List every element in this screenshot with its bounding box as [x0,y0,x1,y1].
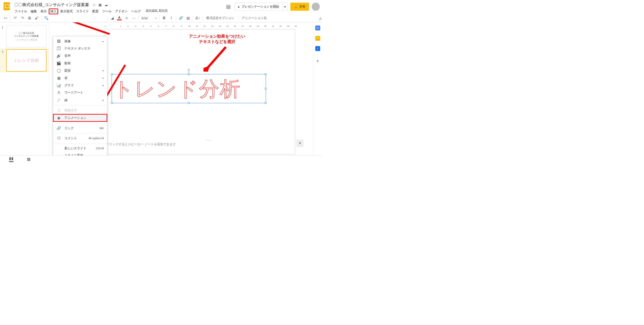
resize-handle[interactable] [265,73,266,75]
menu-arrange[interactable]: 配置 [91,9,100,14]
font-selector[interactable]: Arial▾ [140,16,158,20]
menu-item-label: 音声 [64,54,71,58]
video-icon: 🎬 [56,61,61,65]
new-slide-button[interactable]: +▾ [2,15,9,21]
submenu-arrow-icon: ▸ [103,84,104,87]
border-weight-button[interactable]: ≡ [123,15,130,21]
present-label: プレゼンテーションを開始 [242,5,279,9]
textbox-icon: 🅃 [56,47,61,51]
input-tools-button[interactable]: あ▾ [194,15,201,21]
menu-format[interactable]: 表示形式 [58,9,74,14]
move-icon[interactable]: ▣ [98,3,102,7]
shape-icon: ◯ [56,69,61,73]
menu-addons[interactable]: アドオン [114,9,129,14]
menu-item-線[interactable]: ／線▸ [53,96,107,104]
link-button[interactable]: 🔗 [178,15,184,21]
insert-comment-button[interactable]: ▤ [185,15,192,21]
grid-view-button[interactable]: ▦ [27,157,31,162]
menu-item-テキストボックス[interactable]: 🅃テキスト ボックス [53,45,107,52]
notes-resize-grip[interactable]: • • • [206,139,212,141]
selected-text-box[interactable]: トレンド分析 [112,74,266,103]
menu-item-アニメーション[interactable]: ◉アニメーション [53,114,107,122]
star-icon[interactable]: ☆ [92,3,96,7]
animate-button[interactable]: アニメーション化 [240,16,269,20]
share-button[interactable]: 🔒 共有 [290,3,309,11]
explore-button[interactable]: ✦ [296,140,303,146]
present-dropdown[interactable]: ▾ [282,3,288,11]
filmstrip-view-button[interactable]: ▮▮ [9,156,14,162]
resize-handle[interactable] [265,102,266,104]
share-label: 共有 [299,5,306,9]
slide-canvas[interactable]: トレンド分析 [105,29,295,154]
menu-file[interactable]: ファイル [13,9,28,14]
account-avatar[interactable] [312,3,320,11]
collapse-toolbar-icon[interactable]: ᐱ [319,17,322,21]
resize-handle[interactable] [188,102,190,104]
calendar-icon[interactable]: 31 [315,26,320,31]
line-icon: ／ [56,98,61,103]
tasks-icon[interactable]: ✓ [315,46,320,51]
menu-item-表[interactable]: ▦表▸ [53,74,107,82]
menu-item-新しいスライド[interactable]: 新しいスライドCtrl+M [53,145,107,152]
menu-item-画像[interactable]: 🖼画像▸ [53,38,107,45]
comment-icon: 🗨 [56,136,61,140]
format-options-button[interactable]: 書式設定オプション [204,16,236,20]
submenu-arrow-icon: ▸ [103,77,104,80]
menubar: ファイル 編集 表示 挿入 表示形式 スライド 配置 ツール アドオン ヘルプ … [13,9,168,14]
link-icon: 🔗 [56,126,61,130]
undo-button[interactable]: ↶ [12,15,18,21]
menu-item-動画[interactable]: 🎬動画 [53,60,107,67]
italic-button[interactable]: I [168,15,175,21]
text-color-button[interactable]: A [116,15,123,21]
menu-item-リンク[interactable]: 🔗リンク⌘K [53,124,107,132]
omega-icon: Ω [56,109,61,113]
zoom-button[interactable]: 🔍 [43,15,50,21]
menu-item-コメント[interactable]: 🗨コメント⌘+option+M [53,135,107,142]
doc-title[interactable]: 〇〇株式会社様_コンサルティング提案書 [13,1,90,8]
menu-item-label: グラフ [64,84,74,88]
print-button[interactable]: 🖶 [26,15,33,21]
audio-icon: 🔊 [56,54,61,58]
menu-item-グラフ[interactable]: 📊グラフ▸ [53,82,107,89]
slide-thumbnail-2[interactable]: 2 トレンド分析 [0,48,49,73]
svg-line-2 [206,47,226,69]
rotate-handle[interactable] [188,69,190,71]
bold-button[interactable]: B [161,15,168,21]
bottom-bar: ▮▮ ▦ [0,155,322,163]
menu-edit[interactable]: 編集 [29,9,38,14]
slide-thumbnail-1[interactable]: 1 〇〇株式会社様コンサルティング提案書 △△コンサルティング株式会社 [0,24,49,48]
resize-handle[interactable] [265,88,266,90]
menu-insert[interactable]: 挿入 [49,9,58,14]
cloud-icon[interactable]: ☁ [104,3,108,7]
play-icon: ▸ [238,5,240,9]
menu-item-図形[interactable]: ◯図形▸ [53,67,107,74]
slides-logo[interactable] [2,2,11,11]
menu-item-ワードアート[interactable]: Aワードアート [53,89,107,96]
paint-format-button[interactable]: 🖌 [33,15,40,21]
menu-tools[interactable]: ツール [100,9,113,14]
motion-icon: ◉ [56,116,61,120]
addons-plus-icon[interactable]: + [316,59,319,64]
keep-icon[interactable]: 💡 [315,36,320,41]
fill-color-button[interactable]: ◢ [109,15,116,21]
lock-icon: 🔒 [294,5,298,9]
wordart-icon: A [56,91,61,95]
present-button[interactable]: ▸プレゼンテーションを開始 ▾ [235,3,288,11]
redo-button[interactable]: ↷ [19,15,26,21]
menu-item-label: ワードアート [64,91,83,95]
border-dash-button[interactable]: ⋯ [130,15,137,21]
menu-item-スライド番号[interactable]: スライド番号 [53,152,107,155]
header: 〇〇株式会社様_コンサルティング提案書 ☆ ▣ ☁ ファイル 編集 表示 挿入 … [0,0,322,14]
comments-icon[interactable]: ▤ [224,3,232,11]
menu-help[interactable]: ヘルプ [130,9,142,14]
resize-handle[interactable] [188,73,190,75]
menu-item-特殊文字: Ω特殊文字 [53,107,107,114]
menu-item-音声[interactable]: 🔊音声 [53,52,107,60]
menu-item-label: アニメーション [64,116,86,120]
horizontal-ruler: 1123456789101112131415161718192021222324 [105,24,313,28]
annotation-arrow-1 [58,22,112,36]
menu-view[interactable]: 表示 [39,9,48,14]
last-edit-link[interactable]: 最終編集: 数秒前 [146,9,168,14]
menu-slide[interactable]: スライド [75,9,90,14]
speaker-notes[interactable]: クリックするとスピーカー ノートを追加できます [105,141,304,147]
